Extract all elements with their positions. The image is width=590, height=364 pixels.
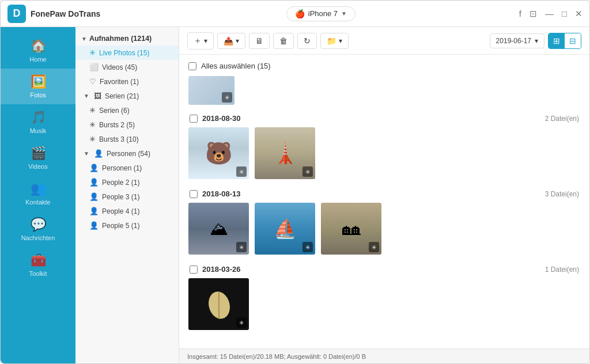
section-checkbox-2018-08-13[interactable] (190, 190, 198, 198)
tree-item-personen1[interactable]: 👤 Personen (1) (75, 161, 179, 175)
tree-item-videos[interactable]: ⬜ Videos (45) (75, 60, 179, 74)
tree-item-bursts2[interactable]: ✳ Bursts 2 (5) (75, 117, 179, 132)
folder-button[interactable]: 📁 ▾ (320, 33, 349, 49)
sidebar-label-fotos: Fotos (30, 92, 46, 98)
export-icon: 📤 (224, 36, 233, 46)
photos-icon: 🖼️ (31, 74, 46, 89)
photo-grid: Alles auswählen (15) ✳ 2018-08-30 (179, 55, 589, 348)
top-strip-photo[interactable]: ✳ (188, 76, 235, 105)
toolkit-icon: 🧰 (31, 253, 46, 268)
sea-photo-badge: ✳ (302, 242, 313, 252)
photo-leaf[interactable]: ✳ (188, 278, 249, 330)
minimize-button[interactable]: — (545, 9, 554, 18)
sidebar-item-videos[interactable]: 🎬 Videos (1, 140, 75, 176)
contacts-icon: 👥 (31, 181, 46, 196)
photo-row-2018-03-26: ✳ (188, 278, 580, 330)
app-name: FonePaw DoTrans (31, 9, 100, 18)
tree-item-favoriten[interactable]: ♡ Favoriten (1) (75, 74, 179, 89)
live-photos-label: Live Photos (15) (99, 49, 149, 57)
photo-eiffel[interactable]: 🗼 ✳ (255, 127, 315, 179)
bursts2-icon: ✳ (89, 120, 96, 129)
date-header-left-26: 2018-03-26 (190, 265, 241, 274)
date-header-2018-08-13: 2018-08-13 3 Datei(en) (188, 189, 580, 198)
select-all-row: Alles auswählen (15) (188, 62, 580, 70)
sidebar-item-musik[interactable]: 🎵 Musik (1, 104, 75, 140)
export-button[interactable]: 📤 ▾ (217, 33, 245, 49)
apple-icon: 🍎 (295, 9, 305, 18)
date-arrow-icon: ▾ (535, 37, 538, 45)
favorites-icon: ♡ (89, 77, 96, 86)
section-checkbox-2018-08-30[interactable] (190, 115, 198, 123)
section-count-2018-03-26: 1 Datei(en) (545, 266, 579, 274)
photo-bear[interactable]: 🐻 ✳ (188, 127, 249, 179)
sidebar-item-nachrichten[interactable]: 💬 Nachrichten (1, 211, 75, 247)
date-filter[interactable]: 2019-06-17 ▾ (490, 33, 544, 48)
folder-icon: 📁 (327, 36, 336, 46)
music-icon: 🎵 (31, 110, 46, 125)
date-value: 2019-06-17 (496, 37, 531, 45)
folder-arrow: ▾ (339, 37, 342, 45)
date-section-2018-08-13: 2018-08-13 3 Datei(en) ⛰ ✳ ⛵ ✳ (188, 189, 580, 255)
photo-sea[interactable]: ⛵ ✳ (255, 203, 315, 255)
import-button[interactable]: 🖥 (249, 33, 270, 49)
serien6-label: Serien (6) (99, 107, 130, 115)
tree-group-personen[interactable]: ▼ 👤 Personen (54) (75, 146, 179, 161)
app-logo: D (7, 5, 26, 23)
list-view-button[interactable]: ⊟ (565, 33, 581, 48)
section-checkbox-2018-03-26[interactable] (190, 266, 198, 274)
bursts3-icon: ✳ (89, 135, 96, 143)
tree-item-people2[interactable]: 👤 People 2 (1) (75, 175, 179, 189)
serien-folder-icon: 🖼 (94, 92, 101, 100)
serien-label: Serien (21) (105, 92, 139, 100)
section-date-2018-03-26: 2018-03-26 (202, 265, 241, 274)
export-arrow: ▾ (236, 37, 239, 45)
date-header-left: 2018-08-30 (190, 114, 241, 123)
app-window: D FonePaw DoTrans 🍎 iPhone 7 ▼ f ⊡ — □ ✕… (0, 0, 590, 364)
photo-cliffs[interactable]: ⛰ ✳ (188, 203, 249, 255)
photo-row-2018-08-30: 🐻 ✳ 🗼 ✳ (188, 127, 580, 179)
people4-label: People 4 (1) (102, 207, 139, 215)
select-all-checkbox[interactable] (188, 62, 196, 70)
people2-label: People 2 (1) (102, 179, 139, 187)
tree-group-aufnahmen[interactable]: ▼ Aufnahmen (1214) (75, 32, 179, 46)
grid-view-button[interactable]: ⊞ (549, 33, 565, 48)
tree-item-bursts3[interactable]: ✳ Bursts 3 (10) (75, 132, 179, 146)
people3-label: People 3 (1) (102, 193, 139, 201)
sidebar-item-fotos[interactable]: 🖼️ Fotos (1, 69, 75, 104)
delete-button[interactable]: 🗑 (273, 33, 294, 49)
home-icon: 🏠 (31, 39, 46, 54)
tree-item-people3[interactable]: 👤 People 3 (1) (75, 189, 179, 204)
tree-item-live-photos[interactable]: ✳ Live Photos (15) (75, 46, 179, 60)
sidebar: 🏠 Home 🖼️ Fotos 🎵 Musik 🎬 Videos 👥 Konta… (1, 27, 75, 363)
sidebar-label-videos: Videos (28, 163, 47, 170)
street-photo-badge: ✳ (369, 242, 379, 252)
view-toggle: ⊞ ⊟ (548, 33, 581, 49)
refresh-button[interactable]: ↻ (297, 33, 317, 49)
sidebar-item-kontakte[interactable]: 👥 Kontakte (1, 176, 75, 211)
messages-icon: 💬 (31, 217, 46, 232)
sidebar-item-home[interactable]: 🏠 Home (1, 33, 75, 69)
tree-item-people4[interactable]: 👤 People 4 (1) (75, 204, 179, 218)
facebook-icon[interactable]: f (519, 9, 521, 18)
photo-row-2018-08-13: ⛰ ✳ ⛵ ✳ 🏘 ✳ (188, 203, 580, 255)
device-selector[interactable]: 🍎 iPhone 7 ▼ (286, 6, 355, 21)
sidebar-item-toolkit[interactable]: 🧰 Toolkit (1, 247, 75, 283)
leaf-photo-badge: ✳ (236, 317, 247, 328)
close-button[interactable]: ✕ (575, 9, 583, 19)
tree-group-serien[interactable]: ▼ 🖼 Serien (21) (75, 89, 179, 103)
message-icon[interactable]: ⊡ (530, 9, 537, 19)
tree-item-serien6[interactable]: ✳ Serien (6) (75, 103, 179, 117)
tree-item-people5[interactable]: 👤 People 5 (1) (75, 218, 179, 233)
serien6-icon: ✳ (89, 106, 96, 115)
sidebar-label-nachrichten: Nachrichten (21, 234, 55, 241)
date-section-2018-03-26: 2018-03-26 1 Datei(en) ✳ (188, 265, 580, 330)
photo-street[interactable]: 🏘 ✳ (321, 203, 381, 255)
aufnahmen-label: Aufnahmen (1214) (89, 35, 152, 43)
date-header-left-13: 2018-08-13 (190, 189, 241, 198)
chevron-down-icon: ▼ (341, 10, 347, 17)
sidebar-label-toolkit: Toolkit (29, 270, 47, 277)
cliffs-photo-badge: ✳ (236, 242, 247, 252)
add-button[interactable]: ＋ ▾ (187, 32, 214, 50)
status-text: Insgesamt: 15 Datei(en)/20.18 MB; Ausgew… (187, 353, 366, 360)
maximize-button[interactable]: □ (562, 9, 567, 18)
